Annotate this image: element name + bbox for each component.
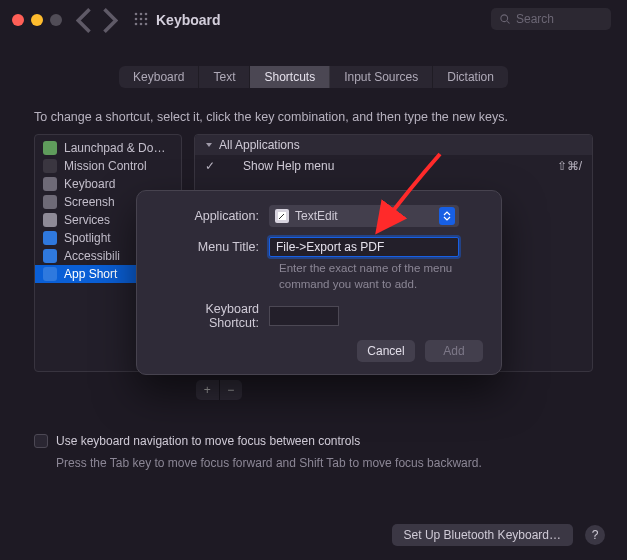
category-icon xyxy=(43,177,57,191)
category-icon xyxy=(43,231,57,245)
svg-point-9 xyxy=(501,15,508,22)
sidebar-item-label: Keyboard xyxy=(64,177,115,191)
svg-point-2 xyxy=(145,12,148,15)
menu-title-input[interactable] xyxy=(269,237,459,257)
shortcut-keys[interactable]: ⇧⌘/ xyxy=(557,159,582,173)
tab-dictation[interactable]: Dictation xyxy=(433,66,508,88)
svg-point-8 xyxy=(145,22,148,25)
add-shortcut-button[interactable]: + xyxy=(196,380,220,400)
shortcut-row[interactable]: ✓Show Help menu⇧⌘/ xyxy=(195,155,592,177)
keyboard-navigation-checkbox[interactable] xyxy=(34,434,48,448)
setup-bluetooth-keyboard-button[interactable]: Set Up Bluetooth Keyboard… xyxy=(392,524,573,546)
application-popup[interactable]: TextEdit xyxy=(269,205,459,227)
sidebar-item-label: Spotlight xyxy=(64,231,111,245)
popup-arrows-icon xyxy=(439,207,455,225)
sidebar-item-label: Mission Control xyxy=(64,159,147,173)
menu-title-label: Menu Title: xyxy=(155,240,269,254)
tab-keyboard[interactable]: Keyboard xyxy=(119,66,199,88)
forward-button[interactable] xyxy=(100,9,118,31)
category-icon xyxy=(43,159,57,173)
add-button[interactable]: Add xyxy=(425,340,483,362)
svg-point-1 xyxy=(140,12,143,15)
textedit-app-icon xyxy=(275,209,289,223)
sidebar-item-label: Services xyxy=(64,213,110,227)
back-button[interactable] xyxy=(76,9,94,31)
add-shortcut-sheet: Application: TextEdit Menu Title: Enter xyxy=(136,190,502,375)
shortcut-name: Show Help menu xyxy=(243,159,334,173)
category-icon xyxy=(43,267,57,281)
sidebar-item-label: Accessibili xyxy=(64,249,120,263)
search-input[interactable]: Search xyxy=(491,8,611,30)
keyboard-shortcut-field[interactable] xyxy=(269,306,339,326)
keyboard-navigation-hint: Press the Tab key to move focus forward … xyxy=(56,456,593,470)
svg-line-10 xyxy=(507,21,509,23)
application-value: TextEdit xyxy=(295,209,338,223)
category-icon xyxy=(43,213,57,227)
all-applications-label: All Applications xyxy=(219,138,300,152)
svg-point-4 xyxy=(140,17,143,20)
minimize-window-button[interactable] xyxy=(31,14,43,26)
shortcut-enabled-checkmark[interactable]: ✓ xyxy=(205,159,217,173)
category-icon xyxy=(43,195,57,209)
keyboard-shortcut-label: Keyboard Shortcut: xyxy=(155,302,269,330)
tab-text[interactable]: Text xyxy=(199,66,250,88)
category-icon xyxy=(43,141,57,155)
tab-bar: KeyboardTextShortcutsInput SourcesDictat… xyxy=(0,66,627,88)
search-placeholder: Search xyxy=(516,12,554,26)
svg-point-6 xyxy=(135,22,138,25)
maximize-window-button[interactable] xyxy=(50,14,62,26)
titlebar: Keyboard Search xyxy=(0,0,627,40)
sidebar-item-launchpad-do[interactable]: Launchpad & Do… xyxy=(35,139,181,157)
search-icon xyxy=(499,13,511,25)
sidebar-item-mission-control[interactable]: Mission Control xyxy=(35,157,181,175)
all-applications-header[interactable]: All Applications xyxy=(195,135,592,155)
keyboard-navigation-label: Use keyboard navigation to move focus be… xyxy=(56,434,360,448)
add-remove-control: + − xyxy=(196,380,242,400)
svg-point-0 xyxy=(135,12,138,15)
svg-point-5 xyxy=(145,17,148,20)
sidebar-item-label: App Short xyxy=(64,267,117,281)
tab-input-sources[interactable]: Input Sources xyxy=(330,66,433,88)
close-window-button[interactable] xyxy=(12,14,24,26)
sidebar-item-label: Launchpad & Do… xyxy=(64,141,165,155)
window-title: Keyboard xyxy=(156,12,221,28)
help-button[interactable]: ? xyxy=(585,525,605,545)
menu-title-help: Enter the exact name of the menu command… xyxy=(279,261,489,292)
category-icon xyxy=(43,249,57,263)
instructions-text: To change a shortcut, select it, click t… xyxy=(34,110,593,124)
application-label: Application: xyxy=(155,209,269,223)
cancel-button[interactable]: Cancel xyxy=(357,340,415,362)
remove-shortcut-button[interactable]: − xyxy=(220,380,243,400)
traffic-lights xyxy=(12,14,62,26)
show-all-prefs-icon[interactable] xyxy=(134,12,148,29)
svg-point-7 xyxy=(140,22,143,25)
svg-point-3 xyxy=(135,17,138,20)
disclosure-triangle-icon xyxy=(205,141,213,149)
tab-shortcuts[interactable]: Shortcuts xyxy=(250,66,330,88)
sidebar-item-label: Screensh xyxy=(64,195,115,209)
